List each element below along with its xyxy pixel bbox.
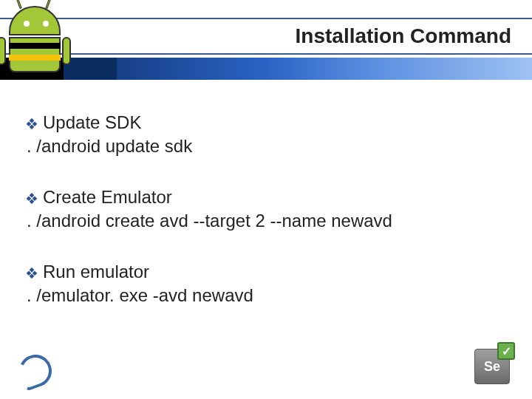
bullet-diamond-icon: ❖ xyxy=(25,191,38,206)
section-run-emulator: ❖ Run emulator . /emulator. exe -avd new… xyxy=(25,260,507,308)
swirl-logo-icon xyxy=(19,355,52,387)
slide-header: Installation Command xyxy=(0,0,532,80)
heading-text: Run emulator xyxy=(43,260,149,284)
bullet-diamond-icon: ❖ xyxy=(25,266,38,281)
heading-text: Update SDK xyxy=(43,111,141,134)
command-text: . /emulator. exe -avd newavd xyxy=(25,284,507,307)
bullet-heading: ❖ Create Emulator xyxy=(25,185,507,209)
bullet-diamond-icon: ❖ xyxy=(25,117,38,132)
slide-content: ❖ Update SDK . /android update sdk ❖ Cre… xyxy=(0,80,532,307)
selenium-badge-text: Se xyxy=(484,359,500,375)
selenium-badge: Se ✓ xyxy=(474,349,514,389)
section-update-sdk: ❖ Update SDK . /android update sdk xyxy=(25,111,507,159)
slide-title: Installation Command xyxy=(296,24,511,48)
header-stripe xyxy=(0,58,532,80)
command-text: . /android update sdk xyxy=(25,134,507,158)
bullet-heading: ❖ Run emulator xyxy=(25,260,507,284)
command-text: . /android create avd --target 2 --name … xyxy=(25,209,507,233)
heading-text: Create Emulator xyxy=(43,185,172,209)
title-bar: Installation Command xyxy=(0,18,532,55)
checkmark-icon: ✓ xyxy=(497,342,515,360)
android-robot-icon xyxy=(0,0,77,78)
bullet-heading: ❖ Update SDK xyxy=(25,111,507,134)
section-create-emulator: ❖ Create Emulator . /android create avd … xyxy=(25,185,507,233)
